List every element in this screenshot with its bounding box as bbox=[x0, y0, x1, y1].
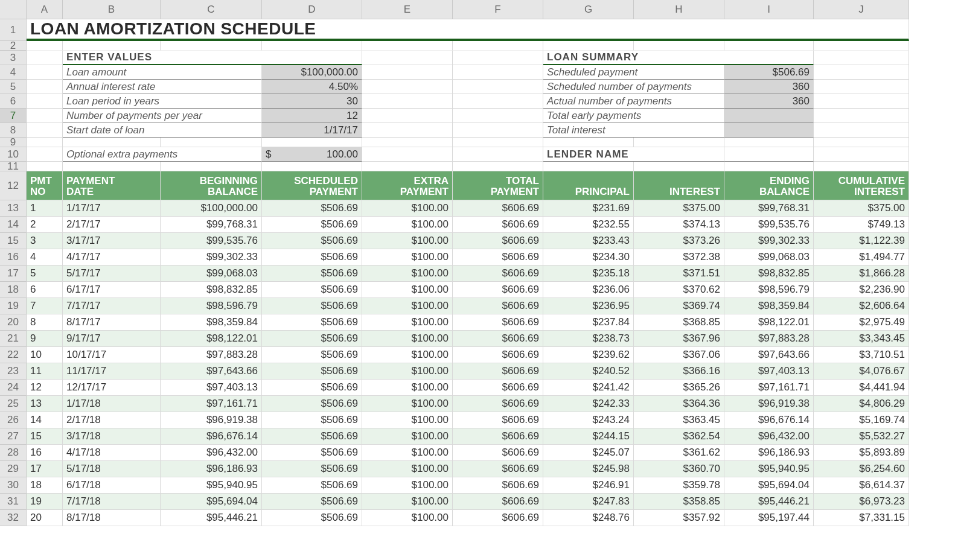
row-header-32[interactable]: 32 bbox=[0, 510, 27, 526]
cell-beg-row-25[interactable]: $97,161.71 bbox=[161, 396, 262, 412]
cell-no-row-15[interactable]: 3 bbox=[27, 233, 63, 249]
column-header-I[interactable]: I bbox=[724, 0, 814, 19]
cell-B9[interactable] bbox=[63, 138, 161, 147]
column-header-D[interactable]: D bbox=[262, 0, 362, 19]
enter-values-value-4[interactable]: 1/17/17 bbox=[262, 123, 362, 138]
cell-beg-row-19[interactable]: $98,596.79 bbox=[161, 298, 262, 314]
cell-end-row-13[interactable]: $99,768.31 bbox=[724, 200, 814, 217]
cell-sched-row-21[interactable]: $506.69 bbox=[262, 331, 362, 347]
cell-C2[interactable] bbox=[161, 41, 262, 51]
cell-total-row-14[interactable]: $606.69 bbox=[453, 217, 543, 233]
cell-date-row-21[interactable]: 9/17/17 bbox=[63, 331, 161, 347]
cell-total-row-30[interactable]: $606.69 bbox=[453, 477, 543, 494]
cell-cum-row-31[interactable]: $6,973.23 bbox=[814, 494, 909, 510]
row-header-3[interactable]: 3 bbox=[0, 51, 27, 65]
cell-sched-row-29[interactable]: $506.69 bbox=[262, 461, 362, 477]
cell-date-row-17[interactable]: 5/17/17 bbox=[63, 266, 161, 282]
cell-prin-row-27[interactable]: $244.15 bbox=[543, 428, 634, 445]
cell-A10[interactable] bbox=[27, 147, 63, 162]
cell-A11[interactable] bbox=[27, 162, 63, 171]
cell-no-row-18[interactable]: 6 bbox=[27, 282, 63, 298]
cell-sched-row-14[interactable]: $506.69 bbox=[262, 217, 362, 233]
cell-cum-row-30[interactable]: $6,614.37 bbox=[814, 477, 909, 494]
cell-sched-row-18[interactable]: $506.69 bbox=[262, 282, 362, 298]
column-header-C[interactable]: C bbox=[161, 0, 262, 19]
cell-beg-row-28[interactable]: $96,432.00 bbox=[161, 445, 262, 461]
cell-J3[interactable] bbox=[814, 51, 909, 65]
cell-end-row-25[interactable]: $96,919.38 bbox=[724, 396, 814, 412]
row-header-23[interactable]: 23 bbox=[0, 363, 27, 380]
cell-I2[interactable] bbox=[724, 41, 814, 51]
cell-cum-row-32[interactable]: $7,331.15 bbox=[814, 510, 909, 526]
enter-values-value-3[interactable]: 12 bbox=[262, 109, 362, 123]
cell-end-row-20[interactable]: $98,122.01 bbox=[724, 314, 814, 331]
cell-int-row-24[interactable]: $365.26 bbox=[634, 380, 724, 396]
cell-cum-row-18[interactable]: $2,236.90 bbox=[814, 282, 909, 298]
cell-E7[interactable] bbox=[362, 109, 453, 123]
cell-int-row-28[interactable]: $361.62 bbox=[634, 445, 724, 461]
row-header-14[interactable]: 14 bbox=[0, 217, 27, 233]
cell-extra-row-25[interactable]: $100.00 bbox=[362, 396, 453, 412]
row-header-27[interactable]: 27 bbox=[0, 428, 27, 445]
cell-date-row-13[interactable]: 1/17/17 bbox=[63, 200, 161, 217]
cell-no-row-25[interactable]: 13 bbox=[27, 396, 63, 412]
cell-beg-row-20[interactable]: $98,359.84 bbox=[161, 314, 262, 331]
cell-prin-row-21[interactable]: $238.73 bbox=[543, 331, 634, 347]
cell-int-row-26[interactable]: $363.45 bbox=[634, 412, 724, 428]
cell-prin-row-30[interactable]: $246.91 bbox=[543, 477, 634, 494]
cell-beg-row-27[interactable]: $96,676.14 bbox=[161, 428, 262, 445]
column-header-A[interactable]: A bbox=[27, 0, 63, 19]
row-header-18[interactable]: 18 bbox=[0, 282, 27, 298]
cell-E6[interactable] bbox=[362, 94, 453, 109]
lender-name-input[interactable] bbox=[728, 148, 814, 161]
cell-beg-row-29[interactable]: $96,186.93 bbox=[161, 461, 262, 477]
cell-sched-row-15[interactable]: $506.69 bbox=[262, 233, 362, 249]
cell-total-row-17[interactable]: $606.69 bbox=[453, 266, 543, 282]
th-endingBalance[interactable]: ENDINGBALANCE bbox=[724, 171, 814, 200]
cell-int-row-14[interactable]: $374.13 bbox=[634, 217, 724, 233]
cell-J2[interactable] bbox=[814, 41, 909, 51]
cell-sched-row-16[interactable]: $506.69 bbox=[262, 249, 362, 266]
cell-no-row-30[interactable]: 18 bbox=[27, 477, 63, 494]
cell-cum-row-24[interactable]: $4,441.94 bbox=[814, 380, 909, 396]
cell-int-row-31[interactable]: $358.85 bbox=[634, 494, 724, 510]
cell-total-row-31[interactable]: $606.69 bbox=[453, 494, 543, 510]
cell-int-row-29[interactable]: $360.70 bbox=[634, 461, 724, 477]
cell-cum-row-15[interactable]: $1,122.39 bbox=[814, 233, 909, 249]
cell-cum-row-20[interactable]: $2,975.49 bbox=[814, 314, 909, 331]
cell-int-row-13[interactable]: $375.00 bbox=[634, 200, 724, 217]
cell-end-row-28[interactable]: $96,186.93 bbox=[724, 445, 814, 461]
cell-total-row-23[interactable]: $606.69 bbox=[453, 363, 543, 380]
cell-D2[interactable] bbox=[262, 41, 362, 51]
cell-end-row-24[interactable]: $97,161.71 bbox=[724, 380, 814, 396]
cell-beg-row-30[interactable]: $95,940.95 bbox=[161, 477, 262, 494]
cell-sched-row-22[interactable]: $506.69 bbox=[262, 347, 362, 363]
cell-date-row-28[interactable]: 4/17/18 bbox=[63, 445, 161, 461]
cell-date-row-27[interactable]: 3/17/18 bbox=[63, 428, 161, 445]
cell-no-row-32[interactable]: 20 bbox=[27, 510, 63, 526]
cell-no-row-27[interactable]: 15 bbox=[27, 428, 63, 445]
row-header-8[interactable]: 8 bbox=[0, 123, 27, 138]
column-header-J[interactable]: J bbox=[814, 0, 909, 19]
cell-F7[interactable] bbox=[453, 109, 543, 123]
row-header-20[interactable]: 20 bbox=[0, 314, 27, 331]
cell-sched-row-17[interactable]: $506.69 bbox=[262, 266, 362, 282]
row-header-19[interactable]: 19 bbox=[0, 298, 27, 314]
cell-total-row-32[interactable]: $606.69 bbox=[453, 510, 543, 526]
cell-sched-row-31[interactable]: $506.69 bbox=[262, 494, 362, 510]
th-scheduledPayment[interactable]: SCHEDULEDPAYMENT bbox=[262, 171, 362, 200]
cell-cum-row-25[interactable]: $4,806.29 bbox=[814, 396, 909, 412]
cell-J9[interactable] bbox=[814, 138, 909, 147]
select-all-corner[interactable] bbox=[0, 0, 27, 19]
row-header-4[interactable]: 4 bbox=[0, 65, 27, 80]
cell-G2[interactable] bbox=[543, 41, 634, 51]
cell-extra-row-20[interactable]: $100.00 bbox=[362, 314, 453, 331]
cell-extra-row-18[interactable]: $100.00 bbox=[362, 282, 453, 298]
cell-sched-row-13[interactable]: $506.69 bbox=[262, 200, 362, 217]
cell-no-row-16[interactable]: 4 bbox=[27, 249, 63, 266]
column-header-B[interactable]: B bbox=[63, 0, 161, 19]
cell-I11[interactable] bbox=[724, 162, 814, 171]
cell-date-row-32[interactable]: 8/17/18 bbox=[63, 510, 161, 526]
cell-J6[interactable] bbox=[814, 94, 909, 109]
cell-end-row-16[interactable]: $99,068.03 bbox=[724, 249, 814, 266]
